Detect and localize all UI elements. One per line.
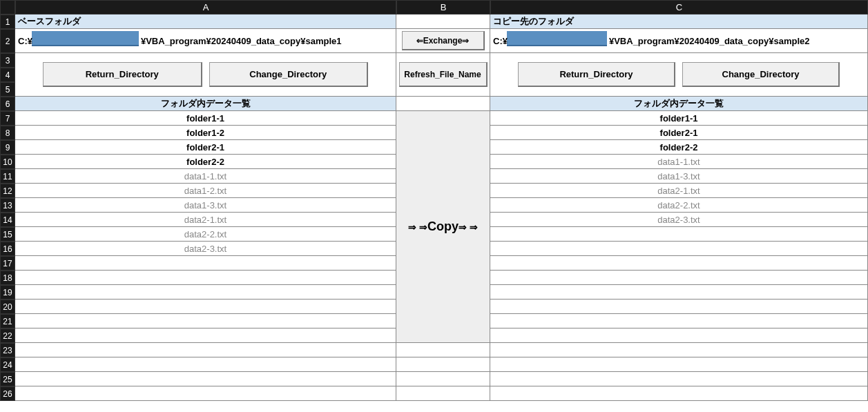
copy-button-area: ⇒ ⇒Copy⇒ ⇒ [396, 111, 490, 343]
empty-cell [396, 343, 490, 357]
left-change-directory-button[interactable]: Change_Directory [209, 62, 369, 87]
right-data-row[interactable]: data1-3.txt [490, 169, 868, 184]
right-data-row[interactable]: data1-1.txt [490, 155, 868, 169]
left-data-row [15, 271, 396, 285]
cell-b6 [396, 97, 490, 111]
right-data-row [490, 256, 868, 271]
right-data-row [490, 227, 868, 242]
row-head-9[interactable]: 9 [0, 140, 15, 155]
left-return-directory-button[interactable]: Return_Directory [43, 62, 202, 87]
row-head-21[interactable]: 21 [0, 314, 15, 328]
exchange-cell: ⇐Exchange⇒ [396, 29, 490, 53]
left-data-row[interactable]: data2-3.txt [15, 242, 396, 256]
right-title: コピー先のフォルダ [490, 14, 868, 29]
right-data-row[interactable]: folder2-2 [490, 140, 868, 155]
left-data-row[interactable]: folder1-1 [15, 111, 396, 126]
right-path-text: C:¥¥VBA_program¥20240409_data_copy¥sampl… [490, 36, 809, 46]
left-data-row [15, 256, 396, 271]
row-head-24[interactable]: 24 [0, 357, 15, 372]
right-data-row[interactable]: folder2-1 [490, 126, 868, 140]
left-data-row[interactable]: folder1-2 [15, 126, 396, 140]
row-head-14[interactable]: 14 [0, 213, 15, 227]
row-head-15[interactable]: 15 [0, 227, 15, 242]
empty-cell [396, 386, 490, 401]
row-head-6[interactable]: 6 [0, 97, 15, 111]
right-data-row [490, 271, 868, 285]
empty-cell [490, 372, 868, 386]
empty-cell [490, 386, 868, 401]
row-head-7[interactable]: 7 [0, 111, 15, 126]
right-data-row[interactable]: data2-2.txt [490, 198, 868, 213]
empty-cell [396, 357, 490, 372]
col-head-C[interactable]: C [490, 0, 868, 14]
empty-cell [15, 386, 396, 401]
select-all-corner[interactable] [0, 0, 15, 14]
row-head-18[interactable]: 18 [0, 271, 15, 285]
left-list-header: フォルダ内データ一覧 [15, 97, 396, 111]
row-head-17[interactable]: 17 [0, 256, 15, 271]
col-head-B[interactable]: B [396, 0, 490, 14]
copy-button[interactable]: ⇒ ⇒Copy⇒ ⇒ [400, 215, 486, 238]
refresh-file-name-button[interactable]: Refresh_File_Name [399, 62, 488, 87]
empty-cell [490, 343, 868, 357]
left-data-row[interactable]: data1-2.txt [15, 184, 396, 198]
left-data-row [15, 328, 396, 343]
left-data-row[interactable]: data1-3.txt [15, 198, 396, 213]
row-head-12[interactable]: 12 [0, 184, 15, 198]
empty-cell [490, 357, 868, 372]
right-data-row[interactable]: data2-3.txt [490, 213, 868, 227]
refresh-cell: Refresh_File_Name [396, 53, 490, 97]
row-head-4[interactable]: 4 [0, 68, 15, 82]
left-title: ベースフォルダ [15, 14, 396, 29]
left-path-text: C:¥¥VBA_program¥20240409_data_copy¥sampl… [15, 36, 341, 46]
left-data-row[interactable]: data1-1.txt [15, 169, 396, 184]
row-head-8[interactable]: 8 [0, 126, 15, 140]
row-head-3[interactable]: 3 [0, 53, 15, 68]
right-data-row[interactable]: folder1-1 [490, 111, 868, 126]
left-data-row [15, 314, 396, 328]
empty-cell [15, 343, 396, 357]
right-change-directory-button[interactable]: Change_Directory [682, 62, 840, 87]
row-head-5[interactable]: 5 [0, 82, 15, 97]
row-head-23[interactable]: 23 [0, 343, 15, 357]
left-data-row [15, 300, 396, 314]
row-head-20[interactable]: 20 [0, 300, 15, 314]
left-data-row[interactable]: data2-2.txt [15, 227, 396, 242]
right-list-header: フォルダ内データ一覧 [490, 97, 868, 111]
left-data-row[interactable]: folder2-1 [15, 140, 396, 155]
right-button-area: Return_DirectoryChange_Directory [490, 53, 868, 97]
left-data-row[interactable]: data2-1.txt [15, 213, 396, 227]
row-head-2[interactable]: 2 [0, 29, 15, 53]
right-data-row [490, 300, 868, 314]
row-head-25[interactable]: 25 [0, 372, 15, 386]
row-head-10[interactable]: 10 [0, 155, 15, 169]
row-head-26[interactable]: 26 [0, 386, 15, 401]
empty-cell [15, 372, 396, 386]
right-data-row [490, 242, 868, 256]
empty-cell [396, 372, 490, 386]
row-head-1[interactable]: 1 [0, 14, 15, 29]
left-button-area: Return_DirectoryChange_Directory [15, 53, 396, 97]
left-data-row [15, 285, 396, 300]
right-return-directory-button[interactable]: Return_Directory [518, 62, 675, 87]
right-path-cell[interactable]: C:¥¥VBA_program¥20240409_data_copy¥sampl… [490, 29, 868, 53]
left-path-cell[interactable]: C:¥¥VBA_program¥20240409_data_copy¥sampl… [15, 29, 396, 53]
row-head-19[interactable]: 19 [0, 285, 15, 300]
left-data-row[interactable]: folder2-2 [15, 155, 396, 169]
cell-b1 [396, 14, 490, 29]
row-head-16[interactable]: 16 [0, 242, 15, 256]
right-data-row [490, 328, 868, 343]
row-head-11[interactable]: 11 [0, 169, 15, 184]
exchange-button[interactable]: ⇐Exchange⇒ [402, 31, 485, 50]
empty-cell [15, 357, 396, 372]
row-head-13[interactable]: 13 [0, 198, 15, 213]
right-data-row [490, 285, 868, 300]
right-data-row[interactable]: data2-1.txt [490, 184, 868, 198]
col-head-A[interactable]: A [15, 0, 396, 14]
right-data-row [490, 314, 868, 328]
row-head-22[interactable]: 22 [0, 328, 15, 343]
